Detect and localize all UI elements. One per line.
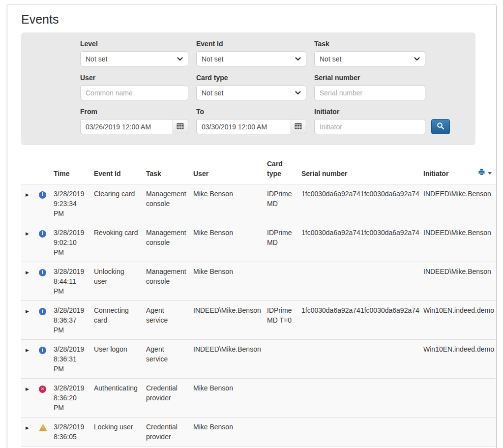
- from-calendar-button[interactable]: [173, 119, 188, 134]
- expand-row-icon[interactable]: ▶: [25, 231, 29, 236]
- cell-time: 3/28/2019 8:36:20 PM: [50, 379, 90, 418]
- info-icon: i: [39, 191, 46, 199]
- cell-card-type: IDPrime MD: [263, 184, 297, 223]
- card-type-select[interactable]: Not set: [196, 85, 306, 100]
- page-title: Events: [21, 12, 489, 27]
- task-select-value: Not set: [320, 55, 341, 63]
- cell-event-id: User logon: [90, 340, 142, 379]
- column-header-expander: [21, 154, 35, 184]
- column-header-card-type: Card type: [263, 154, 297, 184]
- cell-user: Mike Benson: [189, 223, 263, 262]
- column-header-print: [481, 154, 496, 184]
- task-label: Task: [314, 40, 425, 48]
- events-table-body: ▶ i 3/28/2019 9:23:34 PM Clearing card M…: [21, 184, 496, 447]
- cell-initiator: INDEED\Mike.Benson: [419, 262, 481, 301]
- table-row: ▶ i 3/28/2019 8:36:31 PM User logon Agen…: [21, 340, 496, 379]
- cell-time: 3/28/2019 8:36:37 PM: [50, 301, 90, 340]
- expand-row-icon[interactable]: ▶: [25, 269, 29, 275]
- to-label: To: [196, 108, 306, 116]
- user-label: User: [80, 74, 188, 82]
- cell-task: Agent service: [142, 301, 189, 340]
- cell-event-id: Connecting card: [90, 301, 142, 340]
- cell-serial-number: [297, 262, 419, 301]
- cell-initiator: Win10EN.indeed.demo: [419, 301, 481, 340]
- column-header-task: Task: [142, 154, 189, 184]
- table-row: ▶ ✕ 3/28/2019 8:36:20 PM Authenticating …: [21, 379, 496, 418]
- print-button[interactable]: [477, 168, 492, 179]
- cell-user: Mike Benson: [189, 184, 263, 223]
- info-icon: i: [39, 308, 46, 315]
- info-icon: i: [39, 269, 46, 276]
- events-page-card: Events Level Not set Event Id Not set: [7, 4, 497, 448]
- expand-row-icon[interactable]: ▶: [25, 192, 29, 197]
- chevron-down-icon: [295, 57, 301, 61]
- to-date-input[interactable]: [196, 119, 291, 134]
- from-date-input[interactable]: [80, 119, 173, 134]
- search-button[interactable]: [431, 119, 450, 134]
- cell-initiator: INDEED\Mike.Benson: [419, 223, 481, 262]
- column-header-level: [35, 154, 50, 184]
- expand-row-icon[interactable]: ▶: [25, 347, 29, 353]
- cell-card-type: [263, 262, 297, 301]
- cell-time: 3/28/2019 8:36:05: [50, 418, 90, 447]
- expand-row-icon[interactable]: ▶: [25, 425, 29, 430]
- cell-task: Credential provider: [142, 379, 189, 418]
- table-header-row: Time Event Id Task User Card type Serial…: [21, 154, 496, 184]
- serial-number-input[interactable]: [314, 85, 425, 100]
- column-header-time: Time: [50, 154, 90, 184]
- cell-serial-number: [297, 418, 419, 447]
- cell-task: Agent service: [142, 340, 189, 379]
- cell-serial-number: [297, 379, 419, 418]
- cell-initiator: [419, 379, 481, 418]
- cell-event-id: Unlocking user: [90, 262, 142, 301]
- level-select[interactable]: Not set: [80, 51, 188, 66]
- cell-event-id: Clearing card: [90, 184, 142, 223]
- cell-serial-number: 1fc0030da6a92a741fc0030da6a92a74: [297, 184, 419, 223]
- event-id-select-value: Not set: [202, 55, 223, 63]
- cell-serial-number: 1fc0030da6a92a741fc0030da6a92a74: [297, 223, 419, 262]
- chevron-down-icon: [295, 91, 301, 95]
- table-row: ▶ i 3/28/2019 8:44:11 PM Unlocking user …: [21, 262, 496, 301]
- cell-user: Mike Benson: [189, 379, 263, 418]
- from-label: From: [80, 108, 188, 116]
- event-id-select[interactable]: Not set: [196, 51, 306, 66]
- printer-icon: [477, 168, 486, 179]
- chevron-down-icon: [414, 57, 420, 61]
- cell-task: Management console: [142, 184, 189, 223]
- cell-print-spacer: [481, 418, 496, 447]
- calendar-icon: [295, 122, 302, 131]
- user-input[interactable]: [80, 85, 188, 100]
- table-row: ▶ i 3/28/2019 9:23:34 PM Clearing card M…: [21, 184, 496, 223]
- column-header-serial-number: Serial number: [297, 154, 419, 184]
- card-type-select-value: Not set: [202, 89, 223, 97]
- cell-serial-number: 1fc0030da6a92a741fc0030da6a92a74: [297, 301, 419, 340]
- cell-task: Credential provider: [142, 418, 189, 447]
- serial-number-label: Serial number: [314, 74, 425, 82]
- cell-card-type: [263, 418, 297, 447]
- cell-user: INDEED\Mike.Benson: [189, 340, 263, 379]
- to-calendar-button[interactable]: [291, 119, 306, 134]
- cell-user: Mike Benson: [189, 418, 263, 447]
- task-select[interactable]: Not set: [314, 51, 425, 66]
- calendar-icon: [177, 122, 184, 131]
- table-row: ▶ i 3/28/2019 9:02:10 PM Revoking card M…: [21, 223, 496, 262]
- level-label: Level: [80, 40, 188, 48]
- cell-event-id: Authenticating: [90, 379, 142, 418]
- cell-initiator: Win10EN.indeed.demo: [419, 340, 481, 379]
- cell-user: INDEED\Mike.Benson: [189, 301, 263, 340]
- cell-initiator: INDEED\Mike.Benson: [419, 184, 481, 223]
- cell-task: Management console: [142, 223, 189, 262]
- expand-row-icon[interactable]: ▶: [25, 386, 29, 391]
- table-row: ▶ ! 3/28/2019 8:36:05 Locking user Crede…: [21, 418, 496, 447]
- level-select-value: Not set: [86, 55, 107, 63]
- column-header-user: User: [189, 154, 263, 184]
- info-icon: i: [39, 347, 46, 354]
- expand-row-icon[interactable]: ▶: [25, 308, 29, 314]
- column-header-initiator: Initiator: [419, 154, 481, 184]
- initiator-input[interactable]: [314, 119, 425, 134]
- cell-user: Mike Benson: [189, 262, 263, 301]
- column-header-event-id: Event Id: [90, 154, 142, 184]
- print-caret-icon: [488, 172, 492, 175]
- events-table: Time Event Id Task User Card type Serial…: [21, 154, 496, 447]
- event-id-label: Event Id: [196, 40, 306, 48]
